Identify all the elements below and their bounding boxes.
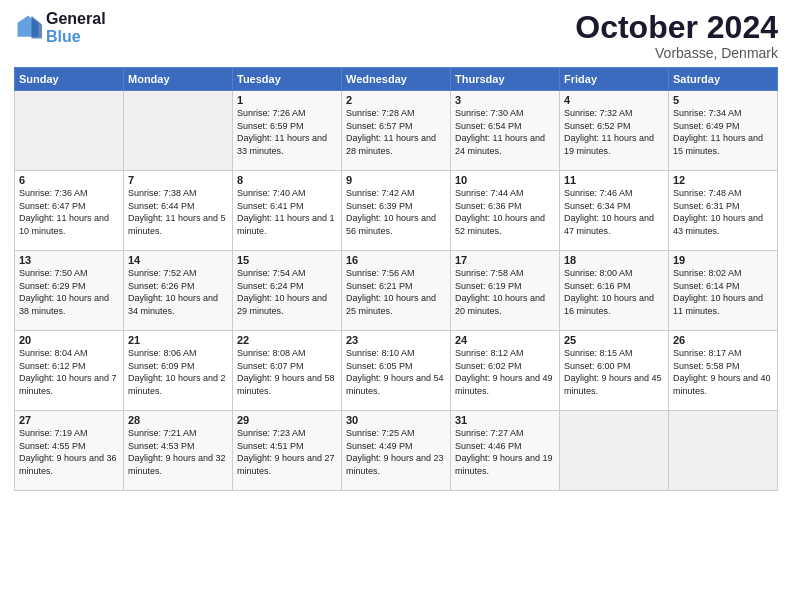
month-title: October 2024 xyxy=(575,10,778,45)
calendar-cell: 21Sunrise: 8:06 AM Sunset: 6:09 PM Dayli… xyxy=(124,331,233,411)
header-thursday: Thursday xyxy=(451,68,560,91)
day-number: 25 xyxy=(564,334,664,346)
calendar-cell: 29Sunrise: 7:23 AM Sunset: 4:51 PM Dayli… xyxy=(233,411,342,491)
day-number: 10 xyxy=(455,174,555,186)
cell-info: Sunrise: 7:32 AM Sunset: 6:52 PM Dayligh… xyxy=(564,107,664,157)
day-number: 18 xyxy=(564,254,664,266)
cell-info: Sunrise: 7:36 AM Sunset: 6:47 PM Dayligh… xyxy=(19,187,119,237)
day-number: 12 xyxy=(673,174,773,186)
calendar-week-row: 6Sunrise: 7:36 AM Sunset: 6:47 PM Daylig… xyxy=(15,171,778,251)
day-number: 6 xyxy=(19,174,119,186)
calendar-cell: 11Sunrise: 7:46 AM Sunset: 6:34 PM Dayli… xyxy=(560,171,669,251)
day-number: 2 xyxy=(346,94,446,106)
header-monday: Monday xyxy=(124,68,233,91)
calendar-cell: 7Sunrise: 7:38 AM Sunset: 6:44 PM Daylig… xyxy=(124,171,233,251)
calendar-page: General Blue October 2024 Vorbasse, Denm… xyxy=(0,0,792,612)
day-number: 27 xyxy=(19,414,119,426)
calendar-cell: 15Sunrise: 7:54 AM Sunset: 6:24 PM Dayli… xyxy=(233,251,342,331)
header-row: General Blue October 2024 Vorbasse, Denm… xyxy=(14,10,778,61)
day-number: 20 xyxy=(19,334,119,346)
cell-info: Sunrise: 7:46 AM Sunset: 6:34 PM Dayligh… xyxy=(564,187,664,237)
day-number: 1 xyxy=(237,94,337,106)
day-number: 5 xyxy=(673,94,773,106)
calendar-cell: 20Sunrise: 8:04 AM Sunset: 6:12 PM Dayli… xyxy=(15,331,124,411)
calendar-cell: 24Sunrise: 8:12 AM Sunset: 6:02 PM Dayli… xyxy=(451,331,560,411)
header-tuesday: Tuesday xyxy=(233,68,342,91)
calendar-cell: 28Sunrise: 7:21 AM Sunset: 4:53 PM Dayli… xyxy=(124,411,233,491)
day-number: 13 xyxy=(19,254,119,266)
calendar-week-row: 27Sunrise: 7:19 AM Sunset: 4:55 PM Dayli… xyxy=(15,411,778,491)
calendar-week-row: 13Sunrise: 7:50 AM Sunset: 6:29 PM Dayli… xyxy=(15,251,778,331)
day-number: 17 xyxy=(455,254,555,266)
cell-info: Sunrise: 7:44 AM Sunset: 6:36 PM Dayligh… xyxy=(455,187,555,237)
calendar-cell: 6Sunrise: 7:36 AM Sunset: 6:47 PM Daylig… xyxy=(15,171,124,251)
cell-info: Sunrise: 7:19 AM Sunset: 4:55 PM Dayligh… xyxy=(19,427,119,477)
calendar-cell: 22Sunrise: 8:08 AM Sunset: 6:07 PM Dayli… xyxy=(233,331,342,411)
cell-info: Sunrise: 7:27 AM Sunset: 4:46 PM Dayligh… xyxy=(455,427,555,477)
logo: General Blue xyxy=(14,10,106,45)
day-number: 23 xyxy=(346,334,446,346)
calendar-week-row: 1Sunrise: 7:26 AM Sunset: 6:59 PM Daylig… xyxy=(15,91,778,171)
header-friday: Friday xyxy=(560,68,669,91)
cell-info: Sunrise: 7:56 AM Sunset: 6:21 PM Dayligh… xyxy=(346,267,446,317)
cell-info: Sunrise: 8:00 AM Sunset: 6:16 PM Dayligh… xyxy=(564,267,664,317)
cell-info: Sunrise: 7:21 AM Sunset: 4:53 PM Dayligh… xyxy=(128,427,228,477)
cell-info: Sunrise: 7:42 AM Sunset: 6:39 PM Dayligh… xyxy=(346,187,446,237)
cell-info: Sunrise: 7:58 AM Sunset: 6:19 PM Dayligh… xyxy=(455,267,555,317)
day-number: 21 xyxy=(128,334,228,346)
logo-text: General Blue xyxy=(46,10,106,45)
day-number: 11 xyxy=(564,174,664,186)
header-saturday: Saturday xyxy=(669,68,778,91)
day-number: 7 xyxy=(128,174,228,186)
calendar-cell: 5Sunrise: 7:34 AM Sunset: 6:49 PM Daylig… xyxy=(669,91,778,171)
day-number: 24 xyxy=(455,334,555,346)
day-number: 22 xyxy=(237,334,337,346)
cell-info: Sunrise: 8:10 AM Sunset: 6:05 PM Dayligh… xyxy=(346,347,446,397)
cell-info: Sunrise: 7:52 AM Sunset: 6:26 PM Dayligh… xyxy=(128,267,228,317)
day-number: 4 xyxy=(564,94,664,106)
cell-info: Sunrise: 8:17 AM Sunset: 5:58 PM Dayligh… xyxy=(673,347,773,397)
calendar-cell: 4Sunrise: 7:32 AM Sunset: 6:52 PM Daylig… xyxy=(560,91,669,171)
cell-info: Sunrise: 7:40 AM Sunset: 6:41 PM Dayligh… xyxy=(237,187,337,237)
cell-info: Sunrise: 7:50 AM Sunset: 6:29 PM Dayligh… xyxy=(19,267,119,317)
calendar-cell: 30Sunrise: 7:25 AM Sunset: 4:49 PM Dayli… xyxy=(342,411,451,491)
calendar-cell: 2Sunrise: 7:28 AM Sunset: 6:57 PM Daylig… xyxy=(342,91,451,171)
cell-info: Sunrise: 8:15 AM Sunset: 6:00 PM Dayligh… xyxy=(564,347,664,397)
cell-info: Sunrise: 8:06 AM Sunset: 6:09 PM Dayligh… xyxy=(128,347,228,397)
calendar-cell: 17Sunrise: 7:58 AM Sunset: 6:19 PM Dayli… xyxy=(451,251,560,331)
svg-marker-1 xyxy=(32,15,43,38)
cell-info: Sunrise: 8:04 AM Sunset: 6:12 PM Dayligh… xyxy=(19,347,119,397)
calendar-week-row: 20Sunrise: 8:04 AM Sunset: 6:12 PM Dayli… xyxy=(15,331,778,411)
day-number: 16 xyxy=(346,254,446,266)
day-number: 31 xyxy=(455,414,555,426)
calendar-cell: 14Sunrise: 7:52 AM Sunset: 6:26 PM Dayli… xyxy=(124,251,233,331)
day-number: 8 xyxy=(237,174,337,186)
day-number: 14 xyxy=(128,254,228,266)
header-sunday: Sunday xyxy=(15,68,124,91)
calendar-cell: 25Sunrise: 8:15 AM Sunset: 6:00 PM Dayli… xyxy=(560,331,669,411)
calendar-cell: 9Sunrise: 7:42 AM Sunset: 6:39 PM Daylig… xyxy=(342,171,451,251)
calendar-cell xyxy=(124,91,233,171)
calendar-cell: 8Sunrise: 7:40 AM Sunset: 6:41 PM Daylig… xyxy=(233,171,342,251)
calendar-cell: 31Sunrise: 7:27 AM Sunset: 4:46 PM Dayli… xyxy=(451,411,560,491)
cell-info: Sunrise: 7:34 AM Sunset: 6:49 PM Dayligh… xyxy=(673,107,773,157)
header-wednesday: Wednesday xyxy=(342,68,451,91)
cell-info: Sunrise: 8:08 AM Sunset: 6:07 PM Dayligh… xyxy=(237,347,337,397)
day-number: 19 xyxy=(673,254,773,266)
calendar-cell: 26Sunrise: 8:17 AM Sunset: 5:58 PM Dayli… xyxy=(669,331,778,411)
title-block: October 2024 Vorbasse, Denmark xyxy=(575,10,778,61)
calendar-cell: 16Sunrise: 7:56 AM Sunset: 6:21 PM Dayli… xyxy=(342,251,451,331)
day-number: 9 xyxy=(346,174,446,186)
calendar-cell: 23Sunrise: 8:10 AM Sunset: 6:05 PM Dayli… xyxy=(342,331,451,411)
day-number: 15 xyxy=(237,254,337,266)
calendar-cell: 10Sunrise: 7:44 AM Sunset: 6:36 PM Dayli… xyxy=(451,171,560,251)
calendar-cell: 1Sunrise: 7:26 AM Sunset: 6:59 PM Daylig… xyxy=(233,91,342,171)
calendar-table: Sunday Monday Tuesday Wednesday Thursday… xyxy=(14,67,778,491)
cell-info: Sunrise: 7:38 AM Sunset: 6:44 PM Dayligh… xyxy=(128,187,228,237)
logo-icon xyxy=(14,14,42,42)
cell-info: Sunrise: 8:02 AM Sunset: 6:14 PM Dayligh… xyxy=(673,267,773,317)
calendar-cell: 18Sunrise: 8:00 AM Sunset: 6:16 PM Dayli… xyxy=(560,251,669,331)
cell-info: Sunrise: 7:28 AM Sunset: 6:57 PM Dayligh… xyxy=(346,107,446,157)
cell-info: Sunrise: 8:12 AM Sunset: 6:02 PM Dayligh… xyxy=(455,347,555,397)
cell-info: Sunrise: 7:23 AM Sunset: 4:51 PM Dayligh… xyxy=(237,427,337,477)
